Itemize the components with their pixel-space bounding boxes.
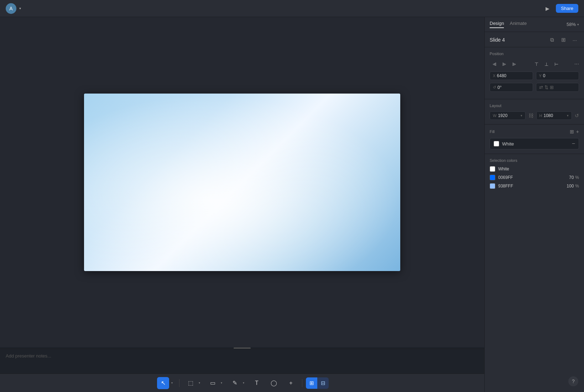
layout-section: Layout W ▾ ⛓ H ▾ ↺ bbox=[485, 99, 584, 125]
zoom-chevron-icon[interactable]: ▾ bbox=[577, 23, 579, 26]
color-pct-938fff: % bbox=[575, 184, 579, 189]
pen-tool-arrow[interactable]: ▾ bbox=[241, 377, 246, 389]
fill-row[interactable]: White − bbox=[490, 138, 579, 149]
fill-remove-button[interactable]: − bbox=[572, 141, 575, 147]
align-more-button[interactable]: ··· bbox=[574, 61, 579, 67]
slide-grid-icon-button[interactable]: ⊞ bbox=[559, 36, 568, 44]
color-swatch-0069ff[interactable] bbox=[490, 175, 495, 180]
angle-row: ↺ ⇄ ⇅ ⊞ bbox=[490, 83, 579, 92]
color-name-white: White bbox=[498, 166, 579, 171]
fill-row-inner: White bbox=[494, 141, 514, 147]
cursor-tool-button[interactable]: ↖ bbox=[157, 377, 169, 389]
color-swatch-938fff[interactable] bbox=[490, 183, 495, 189]
position-label: Position bbox=[490, 52, 579, 56]
link-dimensions-button[interactable]: ⛓ bbox=[528, 113, 533, 118]
view-mode-grid-button[interactable]: ⊞ bbox=[306, 377, 317, 389]
play-button[interactable]: ▶ bbox=[542, 4, 552, 14]
flip-icon: ⇄ bbox=[539, 85, 543, 90]
x-position-field[interactable]: X bbox=[490, 71, 533, 80]
slide-canvas[interactable] bbox=[84, 94, 400, 271]
w-label: W bbox=[493, 113, 496, 118]
align-left-button[interactable]: ⫷ bbox=[490, 59, 499, 69]
height-chevron-icon[interactable]: ▾ bbox=[567, 114, 569, 117]
fill-label: Fill bbox=[490, 129, 495, 134]
view-mode-list-button[interactable]: ⊟ bbox=[317, 377, 329, 389]
color-pct-0069ff: % bbox=[575, 175, 579, 180]
align-bottom-button[interactable]: ⊢ bbox=[552, 59, 561, 69]
y-label: Y bbox=[539, 74, 542, 78]
color-name-0069ff: 0069FF bbox=[498, 175, 569, 180]
color-entry-white: White bbox=[490, 166, 579, 172]
selection-colors-label: Selection colors bbox=[490, 158, 579, 163]
avatar[interactable]: A bbox=[6, 3, 16, 14]
fill-add-button[interactable]: + bbox=[576, 129, 579, 134]
constrain-proportions-button[interactable]: ↺ bbox=[575, 113, 579, 118]
avatar-chevron-icon[interactable]: ▾ bbox=[19, 6, 21, 10]
notes-area: Add presenter notes... bbox=[0, 349, 484, 374]
fill-color-preview[interactable] bbox=[494, 141, 499, 147]
y-position-field[interactable]: Y bbox=[536, 71, 579, 80]
frame-tool-button[interactable]: ⬚ bbox=[184, 377, 197, 389]
angle-input[interactable] bbox=[497, 85, 530, 90]
horizontal-align-group: ⫷ ⫸ ⫸ bbox=[490, 59, 519, 69]
height-field[interactable]: H ▾ bbox=[536, 111, 572, 120]
shape-tool-arrow[interactable]: ▾ bbox=[219, 377, 224, 389]
layout-label: Layout bbox=[490, 104, 579, 108]
top-bar-right: ▶ Share bbox=[542, 4, 578, 14]
y-input[interactable] bbox=[543, 73, 576, 78]
toolbar-separator-1 bbox=[179, 379, 179, 387]
text-tool-button[interactable]: T bbox=[251, 377, 263, 389]
plus-tool-button[interactable]: + bbox=[285, 377, 297, 389]
fill-section: Fill ⊞ + White − bbox=[485, 125, 584, 154]
align-center-button[interactable]: ⫸ bbox=[500, 59, 509, 69]
shape-tool-button[interactable]: ▭ bbox=[207, 377, 219, 389]
color-opacity-0069ff: 70 bbox=[569, 175, 574, 180]
canvas-area: Add presenter notes... ↖ ▾ ⬚ ▾ ▭ ▾ ✎ ▾ bbox=[0, 17, 484, 392]
color-entry-0069ff: 0069FF 70 % bbox=[490, 175, 579, 180]
x-label: X bbox=[493, 74, 495, 78]
notes-placeholder: Add presenter notes... bbox=[6, 353, 51, 359]
tab-animate[interactable]: Animate bbox=[510, 21, 527, 28]
help-button[interactable]: ? bbox=[568, 376, 578, 386]
top-bar-left: A ▾ bbox=[6, 3, 21, 14]
width-input[interactable] bbox=[498, 113, 520, 118]
align-top-button[interactable]: ⊤ bbox=[532, 59, 541, 69]
pen-tool-button[interactable]: ✎ bbox=[229, 377, 241, 389]
panel-tabs: Design Animate bbox=[490, 21, 527, 28]
width-chevron-icon[interactable]: ▾ bbox=[521, 114, 522, 117]
pen-tool-group: ✎ ▾ bbox=[227, 377, 247, 389]
x-input[interactable] bbox=[497, 73, 530, 78]
fill-grid-icon-button[interactable]: ⊞ bbox=[570, 129, 574, 134]
width-field[interactable]: W ▾ bbox=[490, 111, 526, 120]
share-button[interactable]: Share bbox=[556, 4, 578, 13]
panel-header: Design Animate 58% ▾ bbox=[485, 17, 584, 32]
cursor-tool-arrow[interactable]: ▾ bbox=[170, 377, 174, 389]
color-swatch-white[interactable] bbox=[490, 166, 495, 172]
slide-more-icon-button[interactable]: ··· bbox=[570, 36, 579, 44]
slide-title-icons: ⧉ ⊞ ··· bbox=[548, 36, 579, 44]
frame-tool-arrow[interactable]: ▾ bbox=[197, 377, 202, 389]
shape-tool-group: ▭ ▾ bbox=[205, 377, 225, 389]
selection-colors-section: Selection colors White 0069FF 70 % 938FF… bbox=[485, 154, 584, 196]
slide-title: Slide 4 bbox=[490, 37, 505, 43]
slide-component-icon-button[interactable]: ⧉ bbox=[548, 36, 556, 44]
align-middle-button[interactable]: ⊥ bbox=[542, 59, 551, 69]
slide-canvas-wrapper[interactable] bbox=[0, 17, 484, 347]
align-right-button[interactable]: ⫸ bbox=[510, 59, 519, 69]
color-opacity-938fff: 100 bbox=[567, 184, 574, 189]
flip-v-icon: ⇅ bbox=[544, 85, 548, 90]
fill-header: Fill ⊞ + bbox=[490, 129, 579, 134]
toolbar-separator-2 bbox=[302, 379, 302, 387]
angle-field[interactable]: ↺ bbox=[490, 83, 533, 92]
oval-tool-button[interactable]: ◯ bbox=[268, 377, 280, 389]
panel-zoom: 58% ▾ bbox=[567, 22, 579, 27]
tab-design[interactable]: Design bbox=[490, 21, 504, 28]
height-input[interactable] bbox=[543, 113, 567, 118]
align-row: ⫷ ⫸ ⫸ ⊤ ⊥ ⊢ ··· bbox=[490, 59, 579, 69]
flip-h-icon: ⊞ bbox=[550, 85, 554, 90]
right-panel: Design Animate 58% ▾ Slide 4 ⧉ ⊞ ··· Pos… bbox=[484, 17, 584, 392]
top-bar: A ▾ ▶ Share bbox=[0, 0, 584, 17]
vertical-align-group: ⊤ ⊥ ⊢ bbox=[532, 59, 561, 69]
view-mode-group: ⊞ ⊟ bbox=[306, 377, 329, 389]
zoom-value: 58% bbox=[567, 22, 576, 27]
